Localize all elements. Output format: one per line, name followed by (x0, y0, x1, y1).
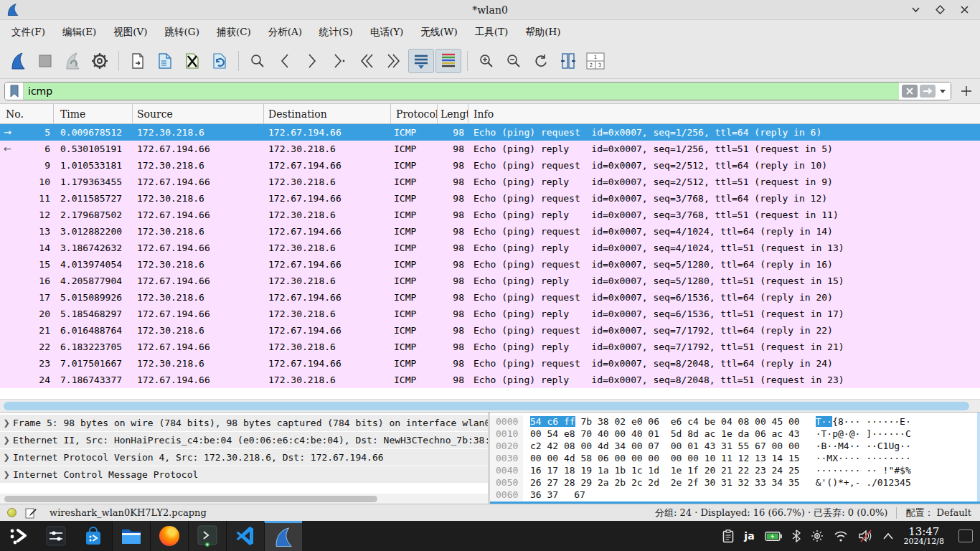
battery-icon[interactable] (765, 532, 782, 541)
capture-options-button[interactable] (87, 49, 113, 73)
menu-item[interactable]: 帮助(H) (517, 20, 569, 43)
taskbar-software-store-button[interactable] (75, 521, 112, 551)
detail-tree-row[interactable]: ❯Internet Control Message Protocol (0, 466, 488, 483)
hex-row[interactable]: 0000 54 c6 ff 7b 38 02 e0 06 e6 c4 be 04… (490, 415, 980, 428)
menu-item[interactable]: 分析(A) (260, 20, 311, 43)
packet-row[interactable]: 24 7.186743377 172.67.194.66 172.30.218.… (0, 372, 980, 388)
hex-vscrollbar[interactable] (977, 413, 980, 501)
packet-row[interactable]: 12 2.179687502 172.67.194.66 172.30.218.… (0, 207, 980, 223)
taskbar-clock[interactable]: 13:47 2024/12/8 (904, 526, 944, 547)
menu-item[interactable]: 统计(S) (311, 20, 362, 43)
layout-columns-button[interactable]: 123 (583, 49, 608, 73)
column-header-time[interactable]: Time (54, 104, 133, 123)
go-last-button[interactable] (381, 49, 407, 73)
profile-selector[interactable]: 配置： Default (905, 507, 971, 519)
packet-row[interactable]: 10 1.179363455 172.67.194.66 172.30.218.… (0, 174, 980, 190)
column-header-info[interactable]: Info (468, 104, 980, 123)
titlebar[interactable]: *wlan0 (0, 0, 980, 20)
display-filter-input[interactable] (24, 83, 899, 100)
restart-capture-button[interactable] (60, 49, 85, 73)
filter-bookmark-button[interactable] (5, 83, 24, 100)
go-forward-button[interactable] (299, 49, 325, 73)
menu-item[interactable]: 电话(Y) (362, 20, 412, 43)
taskbar-file-manager-button[interactable] (112, 521, 150, 551)
menu-item[interactable]: 工具(T) (466, 20, 517, 43)
capture-comment-icon[interactable] (25, 507, 37, 519)
menu-item[interactable]: 跳转(G) (156, 20, 208, 43)
column-header-destination[interactable]: Destination (264, 104, 391, 123)
zoom-in-button[interactable] (473, 49, 499, 73)
minimize-button[interactable] (910, 4, 921, 16)
close-button[interactable] (958, 4, 970, 16)
hex-row[interactable]: 0010 00 54 e8 70 40 00 40 01 5d 8d ac 1e… (490, 428, 980, 440)
expander-chevron-icon[interactable]: ❯ (0, 418, 13, 428)
taskbar-terminal-button[interactable] (188, 521, 226, 551)
expander-chevron-icon[interactable]: ❯ (0, 470, 13, 479)
resize-columns-button[interactable] (555, 49, 581, 73)
column-header-length[interactable]: Lengtl (438, 104, 468, 123)
menu-item[interactable]: 编辑(E) (54, 20, 105, 43)
hex-row[interactable]: 0040 16 17 18 19 1a 1b 1c 1d 1e 1f 20 21… (490, 464, 980, 476)
packet-row[interactable]: 20 5.185468297 172.67.194.66 172.30.218.… (0, 306, 980, 322)
menu-item[interactable]: 无线(W) (412, 20, 466, 43)
details-hscrollbar[interactable] (0, 494, 488, 504)
start-capture-button[interactable] (5, 49, 31, 73)
column-header-no[interactable]: No. (0, 104, 54, 123)
hex-row[interactable]: 0060 36 37 67 (490, 489, 980, 501)
close-file-button[interactable] (179, 49, 205, 73)
hex-row[interactable]: 0020 c2 42 08 00 4d 34 00 07 00 01 43 31… (490, 440, 980, 452)
packet-row[interactable]: 23 7.017501667 172.30.218.6 172.67.194.6… (0, 355, 980, 372)
packet-row[interactable]: ←6 0.530105191 172.67.194.66 172.30.218.… (0, 141, 980, 157)
taskbar-vscode-button[interactable] (226, 521, 264, 551)
go-to-packet-button[interactable] (326, 49, 352, 73)
packet-row[interactable]: 13 3.012882200 172.30.218.6 172.67.194.6… (0, 223, 980, 240)
column-header-protocol[interactable]: Protocol (391, 104, 438, 123)
reload-file-button[interactable] (207, 49, 232, 73)
brightness-icon[interactable] (811, 529, 824, 542)
filter-apply-button[interactable] (920, 85, 936, 98)
detail-tree-row[interactable]: ❯Frame 5: 98 bytes on wire (784 bits), 9… (0, 415, 488, 431)
find-packet-button[interactable] (245, 49, 270, 73)
hex-row[interactable]: 0050 26 27 28 29 2a 2b 2c 2d 2e 2f 30 31… (490, 476, 980, 489)
maximize-button[interactable] (934, 4, 946, 16)
taskbar-settings-button[interactable] (37, 521, 75, 551)
taskbar-wireshark-button[interactable] (264, 521, 302, 551)
bluetooth-icon[interactable] (792, 529, 801, 542)
detail-tree-row[interactable]: ❯Ethernet II, Src: HonHaiPrecis_c4:be:04… (0, 432, 488, 448)
detail-tree-row[interactable]: ❯Internet Protocol Version 4, Src: 172.3… (0, 449, 488, 466)
packet-row[interactable]: 15 4.013974054 172.30.218.6 172.67.194.6… (0, 256, 980, 273)
packet-row[interactable]: →5 0.009678512 172.30.218.6 172.67.194.6… (0, 124, 980, 141)
filter-clear-button[interactable] (902, 85, 918, 98)
menu-item[interactable]: 文件(F) (3, 20, 54, 43)
menu-item[interactable]: 视图(V) (105, 20, 156, 43)
column-header-source[interactable]: Source (133, 104, 264, 123)
display-filter-widget[interactable] (4, 82, 951, 100)
go-back-button[interactable] (272, 49, 298, 73)
packet-row[interactable]: 17 5.015089926 172.30.218.6 172.67.194.6… (0, 289, 980, 306)
packet-list-hscrollbar[interactable] (0, 399, 980, 412)
wifi-icon[interactable] (834, 530, 848, 542)
add-filter-button[interactable] (957, 82, 976, 100)
chevron-up-icon[interactable] (882, 532, 894, 540)
expander-chevron-icon[interactable]: ❯ (0, 435, 13, 445)
packet-row[interactable]: 16 4.205877904 172.67.194.66 172.30.218.… (0, 273, 980, 289)
expander-chevron-icon[interactable]: ❯ (0, 453, 13, 462)
packet-row[interactable]: 14 3.186742632 172.67.194.66 172.30.218.… (0, 240, 980, 256)
taskbar-app-menu-button[interactable] (0, 521, 37, 551)
packet-row[interactable]: 11 2.011585727 172.30.218.6 172.67.194.6… (0, 190, 980, 207)
zoom-out-button[interactable] (501, 49, 527, 73)
packet-row[interactable]: 21 6.016488764 172.30.218.6 172.67.194.6… (0, 322, 980, 339)
zoom-reset-button[interactable] (528, 49, 554, 73)
show-desktop-button[interactable] (958, 529, 973, 542)
filter-dropdown-caret[interactable] (940, 90, 946, 93)
menu-item[interactable]: 捕获(C) (208, 20, 260, 43)
auto-scroll-button[interactable] (408, 49, 434, 73)
save-file-button[interactable] (152, 49, 178, 73)
go-first-button[interactable] (354, 49, 380, 73)
clipboard-icon[interactable] (722, 529, 734, 543)
scrollbar-thumb[interactable] (4, 496, 377, 502)
colorize-list-button[interactable] (435, 49, 461, 73)
input-method-indicator[interactable]: ja (744, 530, 754, 542)
scrollbar-thumb[interactable] (4, 402, 969, 410)
stop-capture-button[interactable] (32, 49, 58, 73)
